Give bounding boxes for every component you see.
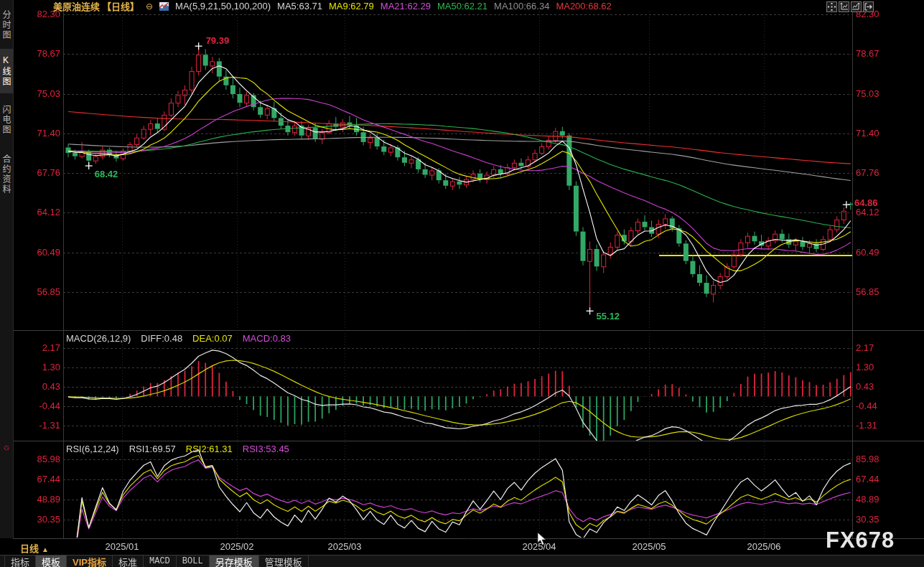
toolbar bbox=[826, 1, 874, 12]
bottom-tab-bar: 指标 模板 VIP指标 标准 MACD BOLL 另存模板 管理模板 bbox=[0, 555, 924, 567]
axis-tick: 71.40 bbox=[856, 128, 899, 139]
axis-tick: 30.35 bbox=[17, 514, 60, 525]
axis-tick: 48.89 bbox=[17, 494, 60, 505]
ma200-value: MA200:68.62 bbox=[556, 1, 611, 11]
tab-standard[interactable]: 标准 bbox=[113, 556, 144, 567]
tab-indicators[interactable]: 指标 bbox=[4, 556, 36, 567]
chart-application: 分时图 K线图 闪电图 合约资料 美原油连续 【日线】 ⊖ MA(5,9,21,… bbox=[0, 0, 924, 567]
macd-dea-value: DEA:0.07 bbox=[192, 333, 233, 344]
axis-tick: 67.76 bbox=[17, 167, 60, 178]
macd-macd-value: MACD:0.83 bbox=[243, 333, 291, 344]
move-icon[interactable] bbox=[826, 1, 837, 12]
axis-tick: 75.03 bbox=[17, 88, 60, 99]
rsi3-value: RSI3:53.45 bbox=[243, 444, 289, 454]
rsi-pane-header: RSI(6,12,24) RSI1:69.57 RSI2:61.31 RSI3:… bbox=[66, 444, 289, 454]
axis-tick: 48.89 bbox=[856, 494, 899, 505]
axis-tick: 67.76 bbox=[856, 167, 899, 178]
axis-tick: 0.43 bbox=[856, 381, 899, 392]
x-axis-month-label: 2025/03 bbox=[316, 541, 373, 552]
ma21-value: MA21:62.29 bbox=[381, 1, 431, 11]
indicator-settings-icon[interactable]: ☼ bbox=[2, 441, 11, 452]
ma50-value: MA50:62.21 bbox=[437, 1, 487, 11]
ma5-value: MA5:63.71 bbox=[277, 1, 322, 11]
axis-tick: -0.44 bbox=[17, 400, 60, 411]
axis-tick: 67.44 bbox=[856, 474, 899, 484]
period-selector-label: 日线 bbox=[20, 543, 39, 554]
macd-pane-header: MACD(26,12,9) DIFF:0.48 DEA:0.07 MACD:0.… bbox=[66, 333, 291, 344]
tab-templates[interactable]: 模板 bbox=[36, 556, 67, 567]
x-axis-month-label: 2025/06 bbox=[735, 541, 793, 552]
axis-tick: 78.67 bbox=[17, 48, 60, 59]
x-axis-month-label: 2025/01 bbox=[93, 541, 151, 552]
axis-scale-icon[interactable] bbox=[839, 1, 849, 12]
axis-tick: 1.30 bbox=[17, 362, 60, 372]
axis-tick: 56.85 bbox=[17, 286, 60, 297]
axis-tick: 0.43 bbox=[17, 381, 60, 392]
watermark: FX678 bbox=[826, 528, 895, 553]
macd-params-label: MACD(26,12,9) bbox=[66, 333, 131, 344]
axis-tick: 71.40 bbox=[17, 128, 60, 139]
chevron-up-icon: ▲ bbox=[42, 545, 49, 553]
x-axis-month-label: 2025/04 bbox=[510, 541, 568, 552]
axis-tick: 60.49 bbox=[856, 247, 899, 258]
sidebar: 分时图 K线图 闪电图 合约资料 bbox=[0, 0, 14, 538]
tab-save-template[interactable]: 另存模板 bbox=[210, 556, 259, 567]
rsi-params-label: RSI(6,12,24) bbox=[66, 444, 119, 454]
chart-header: 美原油连续 【日线】 ⊖ MA(5,9,21,50,100,200) MA5:6… bbox=[53, 1, 612, 11]
axis-tick: 2.17 bbox=[17, 342, 60, 353]
collapse-icon[interactable]: ⊖ bbox=[146, 1, 153, 11]
sidebar-tab-timeshare-chart[interactable]: 分时图 bbox=[0, 4, 13, 46]
macd-diff-value: DIFF:0.48 bbox=[141, 333, 182, 344]
tab-boll[interactable]: BOLL bbox=[177, 556, 210, 567]
axis-tick: 64.12 bbox=[856, 207, 899, 217]
tab-macd[interactable]: MACD bbox=[144, 556, 177, 567]
axis-tick: 1.30 bbox=[856, 362, 899, 372]
axis-tick: 64.12 bbox=[17, 207, 60, 217]
sidebar-tab-lightning-chart[interactable]: 闪电图 bbox=[0, 99, 13, 141]
axis-tick: -0.44 bbox=[856, 400, 899, 411]
mini-chart-icon[interactable] bbox=[159, 2, 169, 11]
tab-manage-templates[interactable]: 管理模板 bbox=[259, 556, 309, 567]
rsi2-value: RSI2:61.31 bbox=[186, 444, 233, 454]
period-tag: 【日线】 bbox=[102, 0, 139, 13]
period-selector[interactable]: 日线▲ bbox=[20, 541, 49, 555]
ma-group-label: MA(5,9,21,50,100,200) bbox=[175, 1, 271, 11]
axis-tick: 56.85 bbox=[856, 286, 899, 297]
x-axis-month-label: 2025/02 bbox=[208, 541, 266, 552]
axis-tick: -1.31 bbox=[856, 420, 899, 431]
axis-tick: 67.44 bbox=[17, 474, 60, 484]
axis-tick: 2.17 bbox=[856, 342, 899, 353]
axis-tick: 85.98 bbox=[17, 454, 60, 464]
ma100-value: MA100:66.34 bbox=[494, 1, 549, 11]
sidebar-tab-contract-info[interactable]: 合约资料 bbox=[0, 146, 13, 202]
chart-canvas[interactable] bbox=[0, 0, 924, 567]
axis-tick: -1.31 bbox=[17, 420, 60, 431]
axis-scale-right-icon[interactable] bbox=[851, 1, 862, 12]
ma9-value: MA9:62.79 bbox=[329, 1, 374, 11]
symbol-title: 美原油连续 bbox=[53, 0, 100, 13]
exit-panel-icon[interactable] bbox=[863, 1, 874, 12]
axis-tick: 75.03 bbox=[856, 88, 899, 99]
axis-tick: 30.35 bbox=[856, 514, 899, 525]
axis-tick: 78.67 bbox=[856, 48, 899, 59]
axis-tick: 60.49 bbox=[17, 247, 60, 258]
x-axis-month-label: 2025/05 bbox=[620, 541, 678, 552]
axis-tick: 85.98 bbox=[856, 454, 899, 464]
rsi1-value: RSI1:69.57 bbox=[129, 444, 176, 454]
tab-vip-indicators[interactable]: VIP指标 bbox=[67, 556, 113, 567]
sidebar-tab-kline-chart[interactable]: K线图 bbox=[0, 49, 13, 93]
